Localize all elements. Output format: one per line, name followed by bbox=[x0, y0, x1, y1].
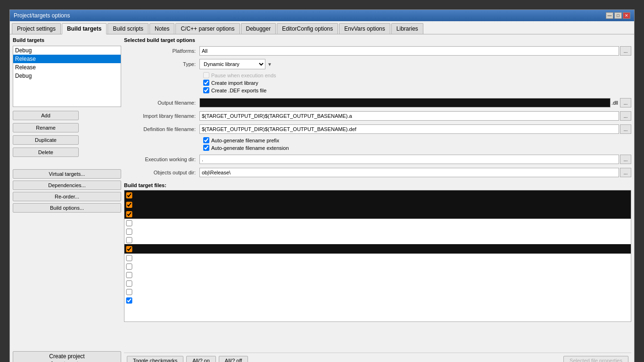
file-list-section: Build target files: bbox=[124, 182, 631, 353]
file-list-container[interactable] bbox=[124, 190, 631, 322]
pause-execution-checkbox[interactable] bbox=[203, 72, 209, 78]
file-checkbox-12[interactable] bbox=[125, 289, 133, 295]
target-item-release1[interactable]: Release bbox=[13, 55, 121, 63]
execution-working-dir-input[interactable] bbox=[199, 155, 619, 164]
target-item-debug1[interactable]: Debug bbox=[13, 46, 121, 55]
content-area: Build targets Debug Release Release Debu… bbox=[10, 34, 634, 362]
selected-file-properties-button[interactable]: Selected file properties bbox=[563, 356, 628, 362]
file-row-9 bbox=[124, 262, 631, 271]
platforms-browse-button[interactable]: ... bbox=[620, 46, 631, 56]
tab-project-settings[interactable]: Project settings bbox=[12, 23, 61, 34]
file-checkbox-1[interactable] bbox=[125, 192, 133, 198]
create-import-lib-checkbox[interactable] bbox=[203, 80, 209, 86]
output-filename-browse-button[interactable]: ... bbox=[620, 98, 631, 107]
virtual-targets-button[interactable]: Virtual targets... bbox=[13, 169, 121, 179]
title-bar: Project/targets options — □ ✕ bbox=[10, 10, 634, 21]
targets-list[interactable]: Debug Release Release Debug bbox=[13, 46, 121, 107]
platforms-input[interactable] bbox=[199, 46, 619, 56]
objects-output-dir-label: Objects output dir: bbox=[124, 170, 199, 175]
objects-output-dir-input[interactable] bbox=[199, 168, 619, 177]
execution-working-dir-label: Execution working dir: bbox=[124, 156, 199, 162]
file-checkbox-4[interactable] bbox=[125, 220, 133, 226]
file-checkbox-2[interactable] bbox=[125, 202, 133, 208]
rename-button[interactable]: Rename bbox=[13, 123, 79, 132]
output-filename-input[interactable] bbox=[199, 98, 611, 107]
delete-button[interactable]: Delete bbox=[13, 148, 79, 157]
pause-execution-label: Pause when execution ends bbox=[211, 73, 276, 78]
tab-envvars[interactable]: EnvVars options bbox=[339, 23, 390, 34]
file-checkbox-6[interactable] bbox=[125, 237, 133, 243]
duplicate-button[interactable]: Duplicate bbox=[13, 135, 79, 145]
all-on-button[interactable]: All/? on bbox=[186, 356, 216, 362]
reorder-button[interactable]: Re-order... bbox=[13, 192, 121, 201]
all-off-button[interactable]: All/? off bbox=[219, 356, 248, 362]
definition-file-row: Definition file filename: ... bbox=[124, 124, 631, 134]
file-checkbox-9[interactable] bbox=[125, 263, 133, 270]
dll-suffix: .dll bbox=[611, 100, 619, 106]
file-name-2 bbox=[133, 200, 630, 209]
definition-file-input[interactable] bbox=[199, 124, 619, 134]
tab-cpp-parser[interactable]: C/C++ parser options bbox=[175, 23, 239, 34]
create-project-button[interactable]: Create project from target... bbox=[13, 351, 121, 362]
target-item-debug2[interactable]: Debug bbox=[13, 72, 121, 80]
file-row-12 bbox=[124, 288, 631, 296]
import-lib-browse-button[interactable]: ... bbox=[620, 111, 631, 121]
window-title: Project/targets options bbox=[14, 12, 70, 19]
tab-bar: Project settings Build targets Build scr… bbox=[10, 21, 634, 34]
objects-output-dir-browse-button[interactable]: ... bbox=[620, 168, 631, 177]
dropdown-arrow-icon: ▼ bbox=[267, 62, 272, 67]
tab-editorconfig[interactable]: EditorConfig options bbox=[277, 23, 338, 34]
file-row-2 bbox=[124, 200, 631, 209]
execution-working-dir-row: Execution working dir: ... bbox=[124, 154, 631, 165]
create-def-exports-label: Create .DEF exports file bbox=[211, 88, 266, 93]
tab-notes[interactable]: Notes bbox=[149, 23, 174, 34]
auto-extension-checkbox[interactable] bbox=[203, 145, 209, 151]
maximize-button[interactable]: □ bbox=[614, 12, 622, 19]
build-options-button[interactable]: Build options... bbox=[13, 203, 121, 213]
toggle-checkmarks-button[interactable]: Toggle checkmarks bbox=[127, 356, 183, 362]
target-item-release2[interactable]: Release bbox=[13, 63, 121, 72]
file-row-4 bbox=[124, 219, 631, 227]
tab-build-targets[interactable]: Build targets bbox=[62, 23, 107, 34]
file-checkbox-13[interactable] bbox=[125, 297, 133, 304]
close-button[interactable]: ✕ bbox=[623, 12, 630, 19]
build-target-files-title: Build target files: bbox=[124, 182, 631, 188]
auto-extension-label: Auto-generate filename extension bbox=[211, 145, 289, 151]
create-import-lib-label: Create import library bbox=[211, 80, 258, 86]
create-def-exports-checkbox[interactable] bbox=[203, 87, 209, 93]
pause-execution-row: Pause when execution ends bbox=[203, 72, 631, 78]
dependencies-button[interactable]: Dependencies... bbox=[13, 181, 121, 190]
file-checkbox-3[interactable] bbox=[125, 211, 133, 217]
bottom-bar: Toggle checkmarks All/? on All/? off Sel… bbox=[124, 353, 631, 362]
type-row: Type: Executable Dynamic library Static … bbox=[124, 59, 631, 69]
auto-prefix-checkbox[interactable] bbox=[203, 137, 209, 143]
right-panel: Selected build target options Platforms:… bbox=[124, 37, 631, 362]
file-row-10 bbox=[124, 271, 631, 279]
tab-build-scripts[interactable]: Build scripts bbox=[107, 23, 149, 34]
file-checkbox-11[interactable] bbox=[125, 280, 133, 287]
platforms-label: Platforms: bbox=[124, 48, 199, 54]
file-row-1 bbox=[124, 190, 631, 200]
file-checkbox-10[interactable] bbox=[125, 272, 133, 278]
rename-row: Rename bbox=[13, 123, 121, 132]
title-bar-buttons: — □ ✕ bbox=[606, 12, 630, 19]
left-panel: Build targets Debug Release Release Debu… bbox=[13, 37, 121, 362]
target-action-buttons: Add bbox=[13, 111, 121, 120]
import-lib-input[interactable] bbox=[199, 111, 619, 121]
execution-working-dir-browse-button[interactable]: ... bbox=[620, 155, 631, 164]
tab-debugger[interactable]: Debugger bbox=[241, 23, 276, 34]
minimize-button[interactable]: — bbox=[606, 12, 613, 19]
add-button[interactable]: Add bbox=[13, 111, 79, 120]
output-filename-row: Output filename: .dll ... bbox=[124, 98, 631, 108]
delete-row: Delete bbox=[13, 148, 121, 157]
definition-file-browse-button[interactable]: ... bbox=[620, 124, 631, 134]
file-checkbox-7[interactable] bbox=[125, 246, 133, 252]
file-checkbox-8[interactable] bbox=[125, 255, 133, 261]
definition-file-label: Definition file filename: bbox=[124, 126, 199, 132]
auto-extension-row: Auto-generate filename extension bbox=[203, 145, 631, 151]
file-checkbox-5[interactable] bbox=[125, 229, 133, 235]
type-dropdown[interactable]: Executable Dynamic library Static librar… bbox=[199, 59, 265, 69]
file-row-13 bbox=[124, 296, 631, 304]
type-label: Type: bbox=[124, 61, 199, 67]
tab-libraries[interactable]: Libraries bbox=[391, 23, 423, 34]
